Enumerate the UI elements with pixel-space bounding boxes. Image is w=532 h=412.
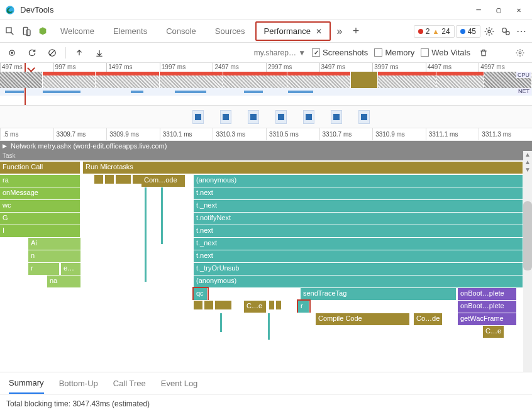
reload-icon[interactable] [25, 46, 39, 60]
more-tabs-icon[interactable]: » [332, 24, 347, 39]
fn-ai[interactable]: Ai [28, 238, 81, 250]
upload-icon[interactable] [72, 46, 86, 60]
fn-getwac[interactable]: getWacFrame [458, 313, 517, 325]
titlebar: DevTools ─ ▢ ✕ [0, 0, 532, 20]
fn-t_next2[interactable]: t._next [194, 238, 523, 250]
clear-icon[interactable] [45, 46, 59, 60]
target-dropdown[interactable]: my.sharep… ▼ [254, 48, 306, 57]
blocking-time-label: Total blocking time: 3047.43ms (estimate… [6, 399, 150, 408]
record-icon[interactable] [5, 46, 19, 60]
info-badge[interactable]: 45 [456, 25, 480, 38]
screenshot-strip[interactable] [0, 106, 532, 128]
vscrollbar[interactable] [523, 151, 532, 372]
close-button[interactable]: ✕ [514, 6, 523, 14]
svg-rect-2 [23, 27, 28, 35]
perf-settings-icon[interactable] [513, 46, 527, 60]
fn-tnext1[interactable]: t.next [194, 187, 523, 199]
close-tab-icon[interactable]: ✕ [316, 27, 322, 36]
svg-point-4 [488, 30, 490, 33]
fn-qc[interactable]: qc [194, 288, 208, 300]
fn-t_next1[interactable]: t._next [194, 200, 523, 212]
fn-tryorunsub[interactable]: t._tryOrUnsub [194, 263, 523, 275]
flame-graph[interactable]: Task Function Call Run Microtasks Com…od… [0, 151, 532, 372]
btab-calltree[interactable]: Call Tree [113, 374, 146, 393]
svg-point-5 [502, 28, 507, 32]
fn-anon1[interactable]: (anonymous) [194, 175, 523, 187]
memory-checkbox[interactable]: Memory [374, 48, 414, 57]
webvitals-checkbox[interactable]: Web Vitals [421, 48, 470, 57]
errors-count: 2 [426, 27, 430, 36]
screenshots-checkbox[interactable]: Screenshots [312, 48, 368, 57]
tabbar: Welcome Elements Console Sources Perform… [0, 20, 532, 43]
add-tab-icon[interactable]: + [348, 24, 363, 39]
3d-icon[interactable] [35, 24, 50, 39]
trash-icon[interactable] [477, 46, 490, 60]
fn-cde1[interactable]: C…e [244, 301, 267, 313]
detail-ruler[interactable]: .5 ms3309.7 ms3309.9 ms3310.1 ms3310.3 m… [0, 128, 532, 141]
fn-compilecode[interactable]: Compile Code [316, 313, 410, 325]
edge-icon [5, 5, 15, 15]
fn-onboot2[interactable]: onBoot…plete [458, 301, 517, 313]
errors-badge[interactable]: 2▲24 [414, 25, 455, 38]
fn-sendtracetag[interactable]: sendTraceTag [301, 288, 457, 300]
tab-performance-label: Performance [264, 26, 311, 36]
net-label: NET [517, 88, 531, 94]
overview-ruler: 497 ms997 ms1497 ms1997 ms2497 ms2997 ms… [0, 63, 532, 72]
tab-sources[interactable]: Sources [206, 21, 254, 42]
tab-elements[interactable]: Elements [104, 21, 156, 42]
cpu-label: CPU [516, 72, 531, 78]
minimize-button[interactable]: ─ [474, 6, 483, 14]
btab-summary[interactable]: Summary [9, 373, 44, 394]
expand-icon[interactable]: ▶ [3, 143, 7, 149]
fn-run-microtasks[interactable]: Run Microtasks [83, 162, 523, 174]
settings-icon[interactable] [482, 24, 497, 39]
device-icon[interactable] [19, 24, 34, 39]
fn-e[interactable]: e… [61, 263, 81, 275]
task-row: Task [0, 151, 532, 160]
svg-point-8 [11, 52, 13, 54]
fn-tnext3[interactable]: t.next [194, 250, 523, 262]
svg-point-11 [519, 52, 521, 54]
fn-r-left[interactable]: r [28, 263, 60, 275]
fn-function-call[interactable]: Function Call [0, 162, 80, 174]
fn-i[interactable]: I [0, 225, 80, 237]
window-title: DevTools [20, 5, 474, 14]
fn-onmessage[interactable]: onMessage [0, 187, 80, 199]
svg-point-6 [506, 31, 509, 35]
fn-n[interactable]: n [28, 250, 81, 262]
info-count: 45 [468, 27, 476, 36]
fn-wc[interactable]: wc [0, 200, 80, 212]
fn-code2[interactable]: Co…de [414, 313, 443, 325]
fn-onboot1[interactable]: onBoot…plete [458, 288, 517, 300]
perf-toolbar: my.sharep… ▼ Screenshots Memory Web Vita… [0, 43, 532, 63]
feedback-icon[interactable] [498, 24, 513, 39]
network-strip[interactable]: ▶ Network metry.ashx (word-edit.officeap… [0, 141, 532, 151]
fn-notify[interactable]: t.notifyNext [194, 213, 523, 225]
fn-ce2[interactable]: C…e [483, 326, 504, 338]
scroll-arrows[interactable]: ▲▲▼ [523, 151, 532, 173]
tab-console[interactable]: Console [157, 21, 205, 42]
net-row [0, 88, 532, 96]
fn-tnext2[interactable]: t.next [194, 225, 523, 237]
fn-ra[interactable]: ra [0, 175, 80, 187]
warnings-count: 24 [441, 27, 450, 36]
btab-eventlog[interactable]: Event Log [161, 374, 198, 393]
svg-line-10 [50, 50, 55, 55]
footer: Total blocking time: 3047.43ms (estimate… [0, 394, 532, 412]
tab-welcome[interactable]: Welcome [52, 21, 103, 42]
more-icon[interactable]: ⋯ [514, 24, 529, 39]
fn-r[interactable]: r [298, 301, 309, 313]
fn-na[interactable]: na [47, 276, 81, 287]
overview-timeline[interactable]: 497 ms997 ms1497 ms1997 ms2497 ms2997 ms… [0, 63, 532, 106]
network-strip-label: Network metry.ashx (word-edit.officeapps… [11, 142, 167, 150]
tab-performance[interactable]: Performance ✕ [255, 21, 331, 41]
btab-bottomup[interactable]: Bottom-Up [59, 374, 98, 393]
inspect-icon[interactable] [3, 24, 18, 39]
maximize-button[interactable]: ▢ [494, 6, 503, 14]
bottom-tabs: Summary Bottom-Up Call Tree Event Log [0, 372, 532, 394]
fn-anon2[interactable]: (anonymous) [194, 276, 523, 287]
cpu-row [0, 72, 532, 88]
fn-compile[interactable]: Com…ode [141, 175, 186, 187]
download-icon[interactable] [92, 46, 106, 60]
fn-g[interactable]: G [0, 213, 80, 225]
